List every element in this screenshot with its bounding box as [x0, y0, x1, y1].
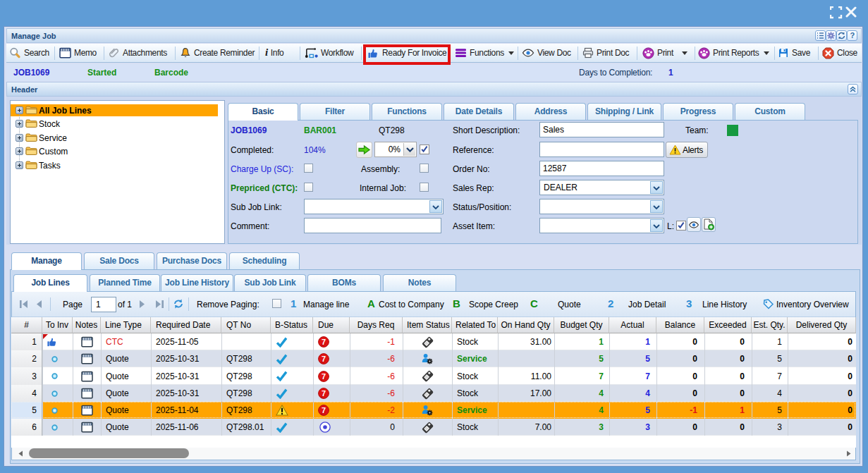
svg-text:7: 7 — [322, 389, 326, 398]
svg-text:7: 7 — [322, 372, 326, 381]
svg-text:7: 7 — [322, 355, 326, 363]
svg-text:7: 7 — [322, 406, 326, 414]
svg-text:7: 7 — [322, 338, 326, 346]
